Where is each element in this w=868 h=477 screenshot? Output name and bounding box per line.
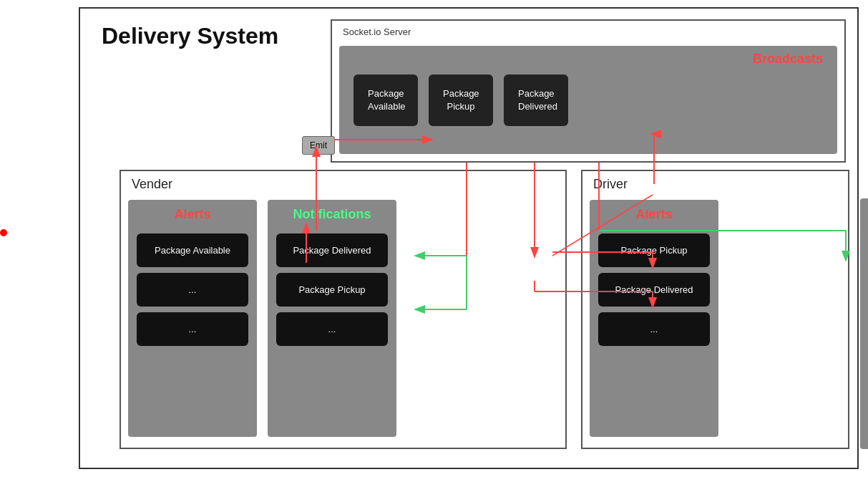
red-dot-indicator <box>0 229 7 236</box>
vender-notif-item-1: Package Delivered <box>276 233 388 267</box>
vender-notif-item-2: Package Pickup <box>276 273 388 307</box>
broadcast-btn-available: PackageAvailable <box>353 74 418 126</box>
broadcast-buttons-container: PackageAvailable PackagePickup PackageDe… <box>353 74 568 126</box>
emit-button-top[interactable]: Emit <box>302 136 335 155</box>
broadcast-btn-pickup: PackagePickup <box>429 74 493 126</box>
driver-alerts-title: Alerts <box>590 200 718 228</box>
vender-notifications-title: Notifications <box>268 200 396 228</box>
vender-alerts-title: Alerts <box>128 200 257 228</box>
socket-server-box: Socket.io Server Broadcasts PackageAvail… <box>331 19 846 163</box>
driver-alert-item-3: ... <box>598 312 710 346</box>
vender-notif-item-3: ... <box>276 312 388 346</box>
broadcasts-area: Broadcasts PackageAvailable PackagePicku… <box>339 46 837 154</box>
driver-alert-item-1: Package Pickup <box>598 233 710 267</box>
driver-notifications-panel: Notifications Package Available ... ... <box>860 198 868 449</box>
driver-alerts-panel: Alerts Package Pickup Package Delivered … <box>590 200 718 437</box>
broadcasts-label: Broadcasts <box>753 52 823 67</box>
driver-label: Driver <box>593 177 628 192</box>
broadcast-btn-delivered: PackageDelivered <box>504 74 568 126</box>
main-container: Delivery System Socket.io Server Broadca… <box>79 7 859 469</box>
driver-alert-item-2: Package Delivered <box>598 273 710 307</box>
vender-alert-item-2: ... <box>137 273 248 307</box>
vender-alert-item-1: Package Available <box>137 233 248 267</box>
driver-notifications-title: Notifications <box>860 198 868 226</box>
vender-alerts-panel: Alerts Package Available ... ... <box>128 200 257 437</box>
vender-alert-item-3: ... <box>137 312 248 346</box>
vender-notifications-panel: Notifications Package Delivered Package … <box>268 200 396 437</box>
driver-section: Driver Alerts Package Pickup Package Del… <box>581 170 849 449</box>
socket-server-label: Socket.io Server <box>343 26 411 37</box>
vender-section: Vender Alerts Package Available ... ... … <box>120 170 567 449</box>
vender-label: Vender <box>132 177 172 192</box>
page-title: Delivery System <box>102 23 278 49</box>
